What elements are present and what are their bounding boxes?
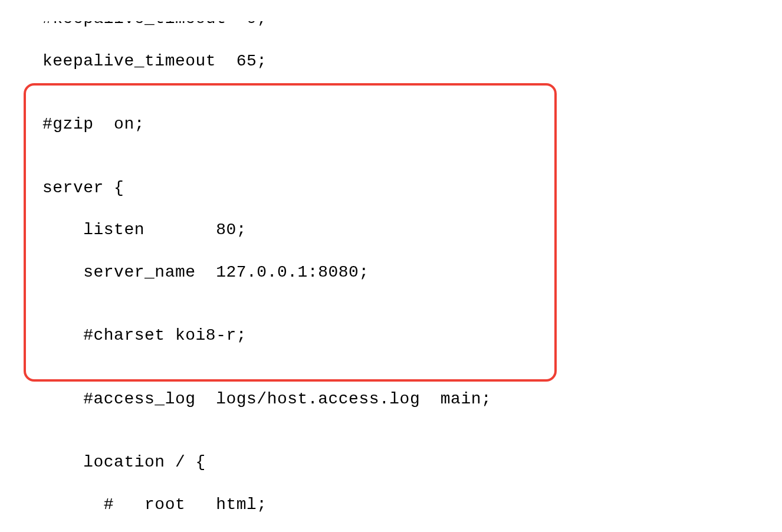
code-line: #gzip on; (42, 114, 782, 135)
code-line: server_name 127.0.0.1:8080; (42, 262, 782, 283)
code-line: # root html; (42, 494, 782, 515)
code-line: listen 80; (42, 219, 782, 241)
code-line: keepalive_timeout 65; (42, 51, 782, 72)
config-code-block: #keepalive_timeout 0; keepalive_timeout … (0, 0, 782, 532)
code-line: server { (42, 178, 782, 199)
code-line-partial-top: #keepalive_timeout 0; (42, 21, 782, 29)
code-line: #charset koi8-r; (42, 325, 782, 346)
code-line: location / { (42, 452, 782, 473)
code-line: #access_log logs/host.access.log main; (42, 389, 782, 410)
